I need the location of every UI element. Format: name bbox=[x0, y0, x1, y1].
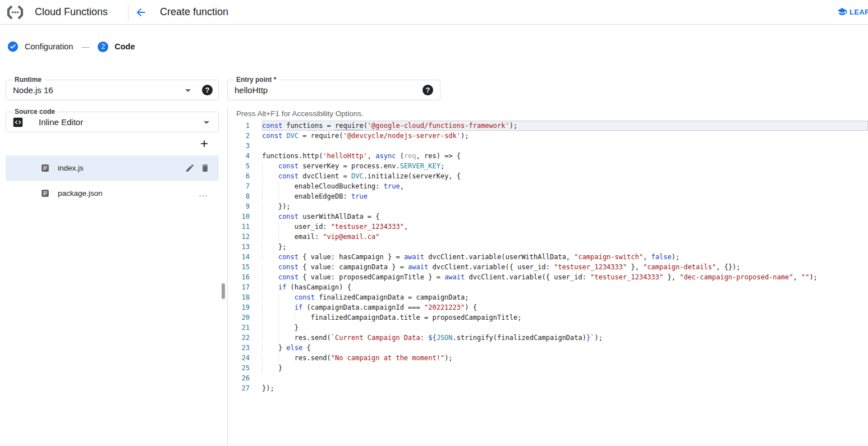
code-line[interactable]: 2const DVC = require('@devcycle/nodejs-s… bbox=[236, 131, 868, 141]
code-line[interactable]: 7 enableCloudBucketing: true, bbox=[236, 181, 868, 191]
line-text: const finalizedCampaignData = campaignDa… bbox=[262, 292, 868, 302]
topbar-divider bbox=[128, 4, 128, 20]
app-title[interactable]: Cloud Functions bbox=[35, 6, 108, 18]
runtime-help-icon[interactable]: ? bbox=[202, 85, 213, 95]
code-line[interactable]: 24 res.send("No campaign at the moment!"… bbox=[236, 353, 868, 363]
line-number: 15 bbox=[236, 262, 250, 272]
step-complete-check-icon[interactable] bbox=[7, 41, 19, 52]
stepper: Configuration — 2 Code bbox=[7, 40, 135, 53]
code-line[interactable]: 17 if (hasCampaign) { bbox=[236, 282, 868, 292]
line-text bbox=[262, 373, 868, 383]
line-text: const dvcClient = DVC.initialize(serverK… bbox=[262, 171, 868, 181]
line-number: 21 bbox=[236, 323, 250, 333]
line-text: const DVC = require('@devcycle/nodejs-se… bbox=[262, 131, 868, 141]
code-line[interactable]: 12 email: "vip@email.ca" bbox=[236, 232, 868, 242]
line-number: 5 bbox=[236, 161, 250, 171]
line-number: 22 bbox=[236, 333, 250, 343]
code-line[interactable]: 15 const { value: campaignData } = await… bbox=[236, 262, 868, 272]
file-row-index-js[interactable]: index.js bbox=[6, 155, 219, 181]
line-number: 23 bbox=[236, 343, 250, 353]
line-text: res.send(`Current Campaign Data: ${JSON.… bbox=[262, 333, 868, 343]
runtime-value: Node.js 16 bbox=[13, 80, 53, 100]
line-number: 25 bbox=[236, 363, 250, 373]
line-number: 14 bbox=[236, 252, 250, 262]
line-number: 2 bbox=[236, 131, 250, 141]
entry-point-value[interactable]: helloHttp bbox=[235, 80, 268, 100]
line-number: 24 bbox=[236, 353, 250, 363]
line-text: const userWithAllData = { bbox=[262, 211, 868, 222]
line-text: enableEdgeDB: true bbox=[262, 191, 868, 201]
more-options-icon[interactable]: ... bbox=[199, 188, 208, 198]
edit-pencil-icon[interactable] bbox=[185, 163, 195, 173]
file-row-package-json[interactable]: package.json ... bbox=[6, 181, 219, 206]
code-line[interactable]: 14 const { value: hasCampaign } = await … bbox=[236, 252, 868, 262]
step-configuration[interactable]: Configuration bbox=[25, 42, 73, 51]
line-number: 11 bbox=[236, 222, 250, 232]
line-number: 1 bbox=[236, 121, 250, 131]
code-line[interactable]: 11 user_id: "testuser_1234333", bbox=[236, 222, 868, 232]
delete-trash-icon[interactable] bbox=[200, 163, 210, 173]
line-number: 4 bbox=[236, 151, 250, 161]
code-line[interactable]: 19 if (campaignData.campaignId === "2022… bbox=[236, 302, 868, 312]
line-number: 6 bbox=[236, 171, 250, 181]
line-number: 27 bbox=[236, 383, 250, 393]
chevron-down-icon[interactable] bbox=[204, 121, 209, 124]
source-code-select[interactable]: Source code Inline Editor bbox=[6, 112, 219, 132]
code-line[interactable]: 20 finalizedCampaignData.title = propose… bbox=[236, 312, 868, 323]
code-line[interactable]: 27}); bbox=[236, 383, 868, 393]
code-line[interactable]: 3 bbox=[236, 141, 868, 151]
entry-point-field[interactable]: Entry point * helloHttp ? bbox=[227, 80, 440, 100]
line-number: 3 bbox=[236, 141, 250, 151]
accessibility-hint: Press Alt+F1 for Accessibility Options. bbox=[236, 109, 364, 118]
runtime-select[interactable]: Runtime Node.js 16 ? bbox=[6, 80, 219, 100]
code-line[interactable]: 5 const serverKey = process.env.SERVER_K… bbox=[236, 161, 868, 171]
code-line[interactable]: 16 const { value: proposedCampaignTitle … bbox=[236, 272, 868, 282]
line-text: const functions = require('@google-cloud… bbox=[262, 121, 868, 131]
chevron-down-icon[interactable] bbox=[185, 89, 191, 92]
code-line[interactable]: 23 } else { bbox=[236, 343, 868, 353]
file-icon bbox=[40, 163, 50, 173]
line-number: 16 bbox=[236, 272, 250, 282]
code-line[interactable]: 21 } bbox=[236, 323, 868, 333]
code-line[interactable]: 18 const finalizedCampaignData = campaig… bbox=[236, 292, 868, 302]
code-line[interactable]: 9 }); bbox=[236, 201, 868, 211]
line-text: } else { bbox=[262, 343, 868, 353]
graduation-cap-icon bbox=[837, 7, 847, 17]
line-text: }); bbox=[262, 383, 868, 393]
code-line[interactable]: 25 } bbox=[236, 363, 868, 373]
line-text: } bbox=[262, 323, 868, 333]
file-name: index.js bbox=[58, 164, 84, 172]
file-name: package.json bbox=[58, 189, 103, 197]
back-arrow-button[interactable] bbox=[135, 6, 147, 19]
code-line[interactable]: 6 const dvcClient = DVC.initialize(serve… bbox=[236, 171, 868, 181]
line-number: 17 bbox=[236, 282, 250, 292]
line-number: 12 bbox=[236, 232, 250, 242]
step-separator: — bbox=[79, 42, 91, 51]
code-line[interactable]: 10 const userWithAllData = { bbox=[236, 211, 868, 222]
entry-point-help-icon[interactable]: ? bbox=[422, 85, 433, 95]
line-text: if (hasCampaign) { bbox=[262, 282, 868, 292]
line-number: 7 bbox=[236, 181, 250, 191]
code-editor[interactable]: 1const functions = require('@google-clou… bbox=[236, 121, 868, 393]
learn-button[interactable]: LEARN bbox=[837, 7, 868, 17]
line-number: 19 bbox=[236, 302, 250, 312]
code-line[interactable]: 26 bbox=[236, 373, 868, 383]
code-line[interactable]: 8 enableEdgeDB: true bbox=[236, 191, 868, 201]
line-number: 18 bbox=[236, 292, 250, 302]
code-line[interactable]: 22 res.send(`Current Campaign Data: ${JS… bbox=[236, 333, 868, 343]
code-line[interactable]: 1const functions = require('@google-clou… bbox=[236, 121, 868, 131]
top-bar: Cloud Functions Create function LEARN bbox=[0, 0, 868, 25]
code-line[interactable]: 13 }; bbox=[236, 242, 868, 252]
step-code[interactable]: Code bbox=[114, 42, 135, 51]
step-2-badge[interactable]: 2 bbox=[98, 42, 108, 52]
line-number: 13 bbox=[236, 242, 250, 252]
add-file-button[interactable]: + bbox=[198, 137, 211, 150]
page-title: Create function bbox=[160, 6, 228, 18]
code-line[interactable]: 4functions.http('helloHttp', async (req,… bbox=[236, 151, 868, 161]
line-text: const { value: hasCampaign } = await dvc… bbox=[262, 252, 868, 262]
line-text: } bbox=[262, 363, 868, 373]
line-text bbox=[262, 141, 868, 151]
panel-resize-handle[interactable] bbox=[222, 283, 225, 299]
line-text: user_id: "testuser_1234333", bbox=[262, 222, 868, 232]
panel-divider bbox=[227, 107, 228, 446]
